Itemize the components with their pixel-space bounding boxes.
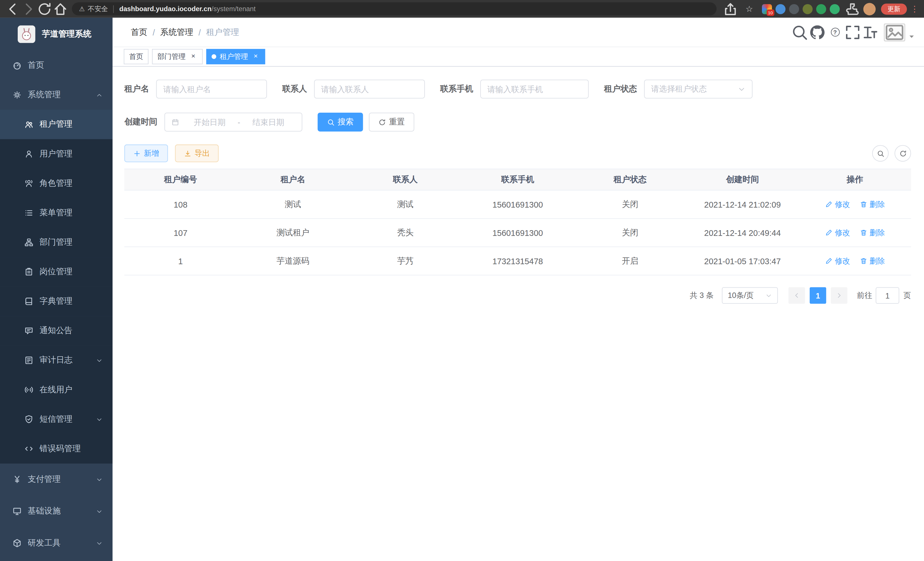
status-select[interactable]: 请选择租户状态 (644, 80, 753, 98)
edit-button[interactable]: 修改 (825, 199, 850, 210)
cell-name: 芋道源码 (237, 256, 349, 266)
browser-back-icon[interactable] (5, 2, 21, 16)
extensions-puzzle-icon[interactable] (844, 2, 861, 16)
contact-label: 联系人 (282, 84, 314, 94)
delete-button[interactable]: 删除 (860, 256, 885, 266)
browser-forward-icon[interactable] (21, 2, 37, 16)
tab-close-icon[interactable]: × (252, 53, 260, 61)
refresh-table-button[interactable] (895, 145, 911, 162)
ext-dark-icon[interactable] (789, 4, 799, 14)
chevron-down-icon (96, 540, 103, 546)
ext-chat-icon[interactable] (830, 4, 840, 14)
sidebar-item-devtool[interactable]: 研发工具 (0, 527, 112, 559)
date-range-picker[interactable]: - (164, 113, 302, 132)
browser-refresh-icon[interactable] (37, 2, 52, 16)
breadcrumb-system[interactable]: 系统管理 (160, 27, 194, 38)
page-size-select[interactable]: 10条/页 (722, 287, 778, 304)
prev-page-button[interactable] (789, 287, 805, 304)
filter-row-2: 创建时间 - 搜索 重置 (124, 113, 911, 132)
role-icon (24, 179, 34, 188)
breadcrumb: 首页 / 系统管理 / 租户管理 (131, 27, 239, 38)
help-icon[interactable]: ? (826, 23, 844, 41)
ext-olive-icon[interactable] (802, 4, 813, 14)
bookmark-star-icon[interactable]: ☆ (741, 2, 758, 16)
delete-button[interactable]: 删除 (860, 227, 885, 238)
refresh-icon (899, 150, 907, 157)
user-avatar[interactable] (884, 23, 905, 41)
filter-tenant-name: 租户名 (124, 80, 267, 98)
sidebar-item-label: 用户管理 (39, 149, 73, 159)
header-bar: 首页 / 系统管理 / 租户管理 ? (112, 18, 924, 47)
tab-tenant[interactable]: 租户管理× (206, 49, 265, 64)
ext-blue-icon[interactable] (776, 4, 785, 14)
sidebar-item-dept[interactable]: 部门管理 (0, 228, 112, 257)
tab-dept[interactable]: 部门管理× (152, 49, 202, 64)
toggle-search-button[interactable] (872, 145, 889, 162)
browser-home-icon[interactable] (52, 2, 69, 16)
sidebar-item-label: 字典管理 (39, 296, 73, 307)
sidebar-item-dict[interactable]: 字典管理 (0, 287, 112, 316)
sms-icon (24, 415, 34, 424)
header-search-icon[interactable] (791, 23, 808, 41)
add-button[interactable]: 新增 (124, 144, 168, 162)
caret-down-icon[interactable] (908, 32, 916, 40)
tenant-name-input-wrap[interactable] (156, 80, 267, 98)
sidebar-item-user[interactable]: 用户管理 (0, 139, 112, 169)
tenant-name-input[interactable] (163, 85, 260, 93)
ext-green-icon[interactable] (816, 4, 826, 14)
font-size-icon[interactable] (861, 23, 879, 41)
delete-icon (860, 200, 867, 208)
sidebar-item-online[interactable]: 在线用户 (0, 375, 112, 405)
sidebar-item-audit[interactable]: 审计日志 (0, 346, 112, 375)
reset-button[interactable]: 重置 (369, 113, 414, 132)
sidebar-item-post[interactable]: 岗位管理 (0, 257, 112, 287)
export-button[interactable]: 导出 (175, 144, 219, 162)
delete-button[interactable]: 删除 (860, 199, 885, 210)
chrome-menu-icon[interactable]: ⋮ (910, 4, 920, 14)
edit-button[interactable]: 修改 (825, 227, 850, 238)
notice-icon (24, 326, 34, 336)
tab-home[interactable]: 首页 (124, 49, 148, 64)
phone-input-wrap[interactable] (480, 80, 589, 98)
browser-address-bar[interactable]: ⚠ 不安全 dashboard.yudao.iocoder.cn/system/… (72, 2, 717, 15)
sidebar-item-notice[interactable]: 通知公告 (0, 316, 112, 346)
cell-contact: 芋艿 (349, 256, 461, 266)
ext-colorful-icon[interactable]: 10 (762, 4, 772, 14)
tab-close-icon[interactable]: × (189, 53, 197, 61)
sidebar-item-role[interactable]: 角色管理 (0, 169, 112, 198)
filter-create-time: 创建时间 - (124, 113, 302, 132)
browser-profile-avatar[interactable] (863, 3, 876, 15)
sidebar-menu: 首页系统管理租户管理用户管理角色管理菜单管理部门管理岗位管理字典管理通知公告审计… (0, 51, 112, 559)
phone-input[interactable] (488, 85, 582, 93)
next-page-button[interactable] (831, 287, 848, 304)
sidebar-item-pay[interactable]: 支付管理 (0, 463, 112, 495)
edit-icon (825, 200, 832, 208)
sidebar-item-infra[interactable]: 基础设施 (0, 496, 112, 527)
sidebar-item-label: 角色管理 (39, 178, 73, 189)
start-date-input[interactable] (183, 117, 236, 126)
sidebar-item-tenant[interactable]: 租户管理 (0, 110, 112, 139)
sidebar-item-sms[interactable]: 短信管理 (0, 405, 112, 434)
contact-input-wrap[interactable] (314, 80, 425, 98)
github-icon[interactable] (808, 23, 826, 41)
end-date-input[interactable] (242, 117, 295, 126)
sidebar-item-menu[interactable]: 菜单管理 (0, 198, 112, 228)
chrome-update-button[interactable]: 更新 (881, 3, 907, 14)
sidebar-logo[interactable]: 芋道管理系统 (0, 18, 112, 51)
goto-label: 前往 (857, 290, 872, 301)
tab-label: 部门管理 (158, 51, 186, 62)
cell-status: 关闭 (574, 227, 686, 238)
goto-page-input[interactable] (876, 287, 899, 304)
sidebar-item-home[interactable]: 首页 (0, 51, 112, 80)
contact-input[interactable] (321, 85, 418, 93)
page-1-button[interactable]: 1 (810, 287, 826, 304)
edit-button[interactable]: 修改 (825, 256, 850, 266)
security-label[interactable]: 不安全 (88, 4, 108, 13)
plus-icon (133, 150, 141, 157)
fullscreen-icon[interactable] (844, 23, 862, 41)
search-button[interactable]: 搜索 (318, 113, 363, 132)
sidebar-item-system[interactable]: 系统管理 (0, 80, 112, 110)
share-icon[interactable] (723, 2, 739, 16)
sidebar-item-errcode[interactable]: 错误码管理 (0, 434, 112, 463)
breadcrumb-home[interactable]: 首页 (131, 27, 147, 38)
